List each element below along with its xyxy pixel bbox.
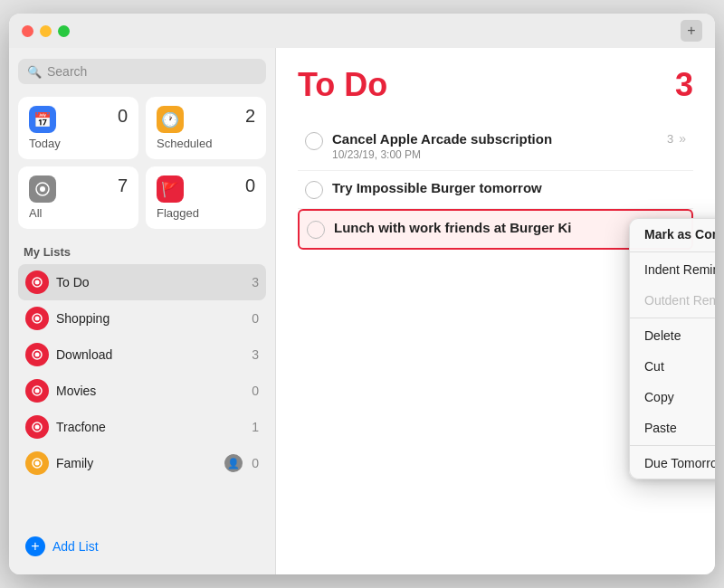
context-menu-copy[interactable]: Copy bbox=[630, 382, 715, 413]
svg-point-7 bbox=[35, 353, 40, 357]
add-list-icon: + bbox=[25, 536, 45, 556]
main-panel: To Do 3 Cancel Apple Arcade subscription… bbox=[276, 48, 715, 574]
reminder-subtitle-cancel-arcade: 10/23/19, 3:00 PM bbox=[332, 148, 658, 161]
traffic-lights bbox=[22, 25, 70, 37]
svg-point-5 bbox=[35, 317, 40, 321]
todo-dot bbox=[25, 270, 49, 294]
svg-point-13 bbox=[35, 461, 40, 466]
add-list-button[interactable]: + Add List bbox=[18, 529, 266, 564]
svg-point-3 bbox=[35, 280, 40, 285]
context-menu-paste[interactable]: Paste bbox=[630, 413, 715, 443]
context-menu-outdent: Outdent Reminder bbox=[630, 285, 715, 316]
todo-count: 3 bbox=[252, 275, 259, 289]
all-label: All bbox=[29, 206, 128, 220]
search-icon: 🔍 bbox=[27, 65, 42, 79]
reminder-checkbox-cancel-arcade[interactable] bbox=[305, 132, 323, 150]
todo-name: To Do bbox=[56, 275, 244, 289]
my-lists-header: My Lists bbox=[18, 245, 266, 259]
reminder-badge-cancel-arcade: 3 bbox=[667, 132, 673, 146]
reminder-item-impossible-burger[interactable]: Try Impossible Burger tomorrow bbox=[298, 171, 693, 209]
sidebar-item-family[interactable]: Family 👤 0 bbox=[18, 445, 266, 481]
family-dot bbox=[25, 451, 49, 475]
titlebar: + bbox=[9, 14, 715, 48]
flagged-icon: 🚩 bbox=[157, 175, 184, 203]
sidebar: 🔍 Search 📅 0 Today 🕐 2 Scheduled bbox=[9, 48, 276, 574]
movies-name: Movies bbox=[56, 384, 244, 398]
smart-card-all[interactable]: 7 All bbox=[18, 166, 138, 229]
all-count: 7 bbox=[118, 175, 128, 196]
smart-card-today[interactable]: 📅 0 Today bbox=[18, 97, 138, 159]
context-menu-separator-1 bbox=[630, 251, 715, 252]
search-placeholder: Search bbox=[47, 64, 87, 79]
tracfone-name: Tracfone bbox=[56, 420, 244, 434]
download-count: 3 bbox=[252, 347, 259, 362]
list-items: To Do 3 Shopping 0 Download bbox=[18, 264, 266, 526]
context-menu-separator-3 bbox=[630, 445, 715, 446]
shopping-count: 0 bbox=[252, 311, 259, 326]
add-list-label: Add List bbox=[52, 539, 99, 554]
family-name: Family bbox=[56, 456, 217, 470]
context-menu-indent[interactable]: Indent Reminder bbox=[630, 254, 715, 285]
minimize-button[interactable] bbox=[40, 25, 52, 37]
main-header: To Do 3 bbox=[298, 66, 693, 104]
smart-card-scheduled[interactable]: 🕐 2 Scheduled bbox=[146, 97, 266, 159]
family-avatar: 👤 bbox=[224, 454, 243, 472]
download-name: Download bbox=[56, 347, 244, 362]
today-icon: 📅 bbox=[29, 106, 56, 133]
reminder-checkbox-lunch-friends[interactable] bbox=[307, 221, 325, 239]
main-count: 3 bbox=[675, 66, 693, 104]
reminder-right-cancel-arcade: 3 » bbox=[667, 131, 686, 146]
tracfone-count: 1 bbox=[252, 420, 259, 434]
close-button[interactable] bbox=[22, 25, 33, 37]
reminder-title-cancel-arcade: Cancel Apple Arcade subscription bbox=[332, 131, 658, 147]
scheduled-icon: 🕐 bbox=[157, 106, 184, 133]
tracfone-dot bbox=[25, 415, 49, 439]
reminder-item-cancel-arcade[interactable]: Cancel Apple Arcade subscription 10/23/1… bbox=[298, 122, 693, 171]
svg-point-11 bbox=[35, 425, 40, 430]
main-title: To Do bbox=[298, 66, 387, 104]
sidebar-item-todo[interactable]: To Do 3 bbox=[18, 264, 266, 300]
maximize-button[interactable] bbox=[58, 25, 70, 37]
app-window: + 🔍 Search 📅 0 Today 🕐 2 bbox=[9, 14, 715, 574]
context-menu-cut[interactable]: Cut bbox=[630, 351, 715, 382]
shopping-dot bbox=[25, 307, 49, 330]
chevron-right-icon: » bbox=[679, 131, 686, 146]
flagged-count: 0 bbox=[245, 175, 255, 196]
scheduled-count: 2 bbox=[245, 106, 255, 127]
today-label: Today bbox=[29, 137, 128, 150]
svg-point-1 bbox=[40, 186, 45, 192]
smart-grid: 📅 0 Today 🕐 2 Scheduled 7 All bbox=[18, 97, 266, 229]
sidebar-item-shopping[interactable]: Shopping 0 bbox=[18, 300, 266, 337]
context-menu: Mark as Completed Indent Reminder Outden… bbox=[629, 218, 715, 479]
sidebar-item-download[interactable]: Download 3 bbox=[18, 337, 266, 373]
main-content: 🔍 Search 📅 0 Today 🕐 2 Scheduled bbox=[9, 48, 715, 574]
context-menu-mark-completed[interactable]: Mark as Completed bbox=[630, 219, 715, 250]
download-dot bbox=[25, 343, 49, 366]
search-bar[interactable]: 🔍 Search bbox=[18, 59, 266, 84]
movies-dot bbox=[25, 379, 49, 403]
context-menu-delete[interactable]: Delete bbox=[630, 320, 715, 351]
reminder-content-cancel-arcade: Cancel Apple Arcade subscription 10/23/1… bbox=[332, 131, 658, 161]
family-count: 0 bbox=[252, 456, 259, 470]
reminder-checkbox-impossible-burger[interactable] bbox=[305, 181, 323, 199]
movies-count: 0 bbox=[252, 384, 259, 398]
context-menu-due-tomorrow[interactable]: Due Tomorrow bbox=[630, 448, 715, 479]
svg-point-9 bbox=[35, 389, 40, 394]
reminder-title-impossible-burger: Try Impossible Burger tomorrow bbox=[332, 180, 686, 195]
all-icon bbox=[29, 175, 56, 203]
scheduled-label: Scheduled bbox=[157, 137, 255, 150]
reminder-content-impossible-burger: Try Impossible Burger tomorrow bbox=[332, 180, 686, 195]
shopping-name: Shopping bbox=[56, 311, 244, 326]
today-count: 0 bbox=[118, 106, 128, 127]
add-button[interactable]: + bbox=[681, 20, 702, 42]
context-menu-separator-2 bbox=[630, 318, 715, 318]
sidebar-item-movies[interactable]: Movies 0 bbox=[18, 373, 266, 409]
flagged-label: Flagged bbox=[157, 206, 255, 220]
sidebar-item-tracfone[interactable]: Tracfone 1 bbox=[18, 409, 266, 445]
smart-card-flagged[interactable]: 🚩 0 Flagged bbox=[146, 166, 266, 229]
